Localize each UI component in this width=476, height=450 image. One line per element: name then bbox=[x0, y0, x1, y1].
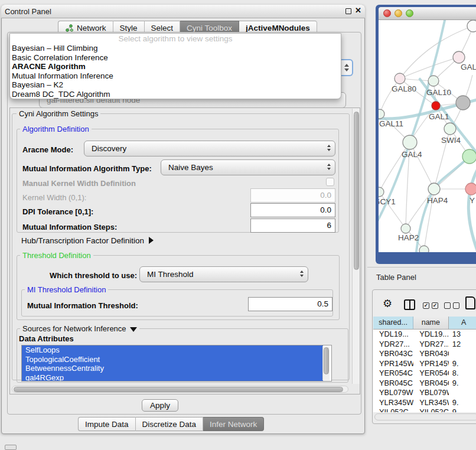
column-header-shared[interactable]: shared... bbox=[373, 317, 413, 330]
network-node-gcy1[interactable] bbox=[379, 187, 384, 197]
manual-kernel-label: Manual Kernel Width Definition bbox=[22, 179, 136, 188]
network-node-swi4[interactable] bbox=[444, 123, 456, 135]
deselect-all-checkboxes-icon[interactable] bbox=[444, 302, 459, 309]
algorithm-option-bayesian-k2[interactable]: Bayesian – K2 bbox=[10, 80, 341, 90]
algorithm-combobox-stepper[interactable] bbox=[341, 59, 353, 76]
float-panel-icon[interactable] bbox=[345, 8, 351, 14]
node-table[interactable]: shared...nameA YDL19...YDL19...13YDR27..… bbox=[373, 317, 476, 412]
table-row[interactable]: YBR043CYBR043C bbox=[373, 349, 476, 359]
table-horizontal-scrollbar[interactable] bbox=[374, 413, 476, 420]
network-node-hap4[interactable] bbox=[428, 183, 440, 195]
algorithm-option-mutual-information-inference[interactable]: Mutual Information Inference bbox=[10, 71, 341, 81]
column-header-name[interactable]: name bbox=[413, 317, 448, 330]
table-cell bbox=[449, 388, 476, 398]
columns-icon[interactable] bbox=[404, 299, 415, 310]
attribute-item-betweennesscentrality[interactable]: BetweennessCentrality bbox=[22, 364, 323, 373]
manual-kernel-checkbox[interactable] bbox=[326, 178, 334, 186]
network-window-titlebar[interactable] bbox=[379, 7, 476, 20]
attribute-item-selfloops[interactable]: SelfLoops bbox=[22, 345, 323, 355]
mi-type-combobox[interactable]: Naive Bayes bbox=[161, 159, 335, 175]
network-icon bbox=[65, 24, 74, 32]
gear-icon[interactable]: ⚙ bbox=[383, 298, 392, 309]
node-label-gal4: GAL4 bbox=[402, 150, 422, 159]
tab-label: Infer Network bbox=[210, 420, 257, 429]
table-cell: 9. bbox=[449, 379, 476, 389]
table-cell: YER054C bbox=[373, 369, 413, 379]
column-header-a[interactable]: A bbox=[449, 317, 476, 330]
algorithm-option-dream8-dc-tdc-algorithm[interactable]: Dream8 DC_TDC Algorithm bbox=[10, 90, 341, 99]
hub-definition-expander[interactable]: Hub/Transcription Factor Definition bbox=[21, 236, 154, 245]
node-label-hap2: HAP2 bbox=[398, 233, 419, 242]
zoom-traffic-light[interactable] bbox=[406, 9, 413, 17]
bottom-tab-infer-network[interactable]: Infer Network bbox=[203, 417, 264, 431]
which-threshold-combobox[interactable]: MI Threshold bbox=[139, 266, 308, 282]
network-node-gal80[interactable] bbox=[395, 73, 405, 84]
network-node-node-salmon[interactable] bbox=[465, 183, 476, 195]
node-label-hap4: HAP4 bbox=[427, 196, 448, 205]
table-row[interactable]: YBL079WYBL079W bbox=[373, 388, 476, 398]
table-cell: YDL19... bbox=[373, 330, 413, 340]
control-panel-titlebar[interactable] bbox=[1, 5, 365, 18]
settings-vertical-scrollbar[interactable] bbox=[352, 109, 360, 384]
table-row[interactable]: YLR345WYLR345W9. bbox=[373, 398, 476, 408]
aracne-mode-combobox[interactable]: Discovery bbox=[84, 141, 335, 156]
attribute-item-gal4rgexp[interactable]: gal4RGexp bbox=[22, 373, 323, 382]
table-row[interactable]: YIL052CYIL052C9 bbox=[373, 407, 476, 412]
table-row[interactable]: YDR27...YDR27...12 bbox=[373, 340, 476, 350]
settings-vertical-scrollbar-thumb[interactable] bbox=[354, 112, 359, 270]
table-row[interactable]: YBR045CYBR045C9. bbox=[373, 379, 476, 389]
attributes-scrollbar[interactable] bbox=[322, 346, 330, 380]
network-node-node-gray[interactable] bbox=[456, 96, 470, 110]
dock-mini-icon[interactable] bbox=[5, 445, 17, 450]
network-node-gal4[interactable] bbox=[403, 135, 417, 149]
mi-type-label: Mutual Information Algorithm Type: bbox=[22, 164, 152, 173]
minimize-traffic-light[interactable] bbox=[395, 9, 402, 17]
mi-type-value: Naive Bayes bbox=[168, 160, 213, 175]
table-row[interactable]: YDL19...YDL19...13 bbox=[373, 330, 476, 340]
attribute-item-topologicalcoefficient[interactable]: TopologicalCoefficient bbox=[22, 355, 323, 364]
network-node-gal10[interactable] bbox=[428, 76, 439, 86]
network-node-gal1[interactable] bbox=[432, 102, 440, 110]
network-edge[interactable] bbox=[380, 79, 400, 114]
algorithm-option-aracne-algorithm[interactable]: ARACNE Algorithm bbox=[10, 62, 341, 71]
sources-group-label[interactable]: Sources for Network Inference bbox=[20, 324, 139, 333]
network-node-node-green-large[interactable] bbox=[462, 149, 476, 164]
mi-threshold-label: Mutual Information Threshold: bbox=[27, 301, 138, 310]
window-title: Control Panel bbox=[5, 7, 51, 16]
network-node-gal11[interactable] bbox=[379, 109, 384, 119]
settings-horizontal-scrollbar[interactable] bbox=[12, 386, 348, 393]
data-attributes-list[interactable]: SelfLoopsTopologicalCoefficientBetweenne… bbox=[21, 345, 332, 381]
table-cell: YPR145W bbox=[373, 359, 413, 369]
table-row[interactable]: YER054CYER054C8. bbox=[373, 369, 476, 379]
tab-label: Impute Data bbox=[85, 420, 129, 429]
mi-steps-input[interactable]: 6 bbox=[250, 219, 335, 233]
network-node-node-bottom[interactable] bbox=[419, 246, 429, 252]
apply-button[interactable]: Apply bbox=[142, 399, 178, 412]
table-panel-title: Table Panel bbox=[376, 273, 416, 282]
settings-horizontal-scrollbar-thumb[interactable] bbox=[14, 387, 343, 392]
network-edge-highlighted[interactable] bbox=[468, 167, 476, 250]
which-threshold-value: MI Threshold bbox=[147, 267, 194, 282]
tab-label: Cyni Toolbox bbox=[187, 24, 232, 32]
dpi-tolerance-input[interactable]: 0.0 bbox=[250, 203, 335, 217]
table-cell: YDL19... bbox=[413, 330, 449, 340]
select-all-checkboxes-icon[interactable]: ✓ ✓ bbox=[423, 302, 438, 309]
cyni-bottom-tabs: Impute DataDiscretize DataInfer Network bbox=[78, 417, 264, 431]
new-table-icon[interactable] bbox=[465, 296, 475, 309]
attributes-scrollbar-thumb[interactable] bbox=[324, 347, 329, 374]
network-node-hap2[interactable] bbox=[401, 224, 410, 233]
table-row[interactable]: YPR145WYPR145W9. bbox=[373, 359, 476, 369]
algorithm-option-bayesian-hill-climbing[interactable]: Bayesian – Hill Climbing bbox=[10, 44, 341, 53]
close-icon[interactable]: ✕ bbox=[355, 6, 361, 15]
network-node-node-pink[interactable] bbox=[453, 51, 465, 63]
close-traffic-light[interactable] bbox=[383, 9, 391, 17]
kernel-width-input[interactable]: 0.0 bbox=[250, 188, 335, 203]
mi-threshold-input[interactable]: 0.5 bbox=[248, 297, 332, 311]
bottom-tab-discretize-data[interactable]: Discretize Data bbox=[136, 417, 204, 431]
bottom-tab-impute-data[interactable]: Impute Data bbox=[78, 417, 136, 431]
network-node-node-top[interactable] bbox=[467, 20, 476, 32]
network-edge[interactable] bbox=[410, 142, 434, 189]
algorithm-option-basic-correlation-inference[interactable]: Basic Correlation Inference bbox=[10, 53, 341, 63]
mi-threshold-group-label: MI Threshold Definition bbox=[25, 285, 108, 294]
network-canvas[interactable]: GALGAL80GAL10GAL1GAL11SWI4GAL4GCY1HAP4YH… bbox=[379, 20, 476, 252]
